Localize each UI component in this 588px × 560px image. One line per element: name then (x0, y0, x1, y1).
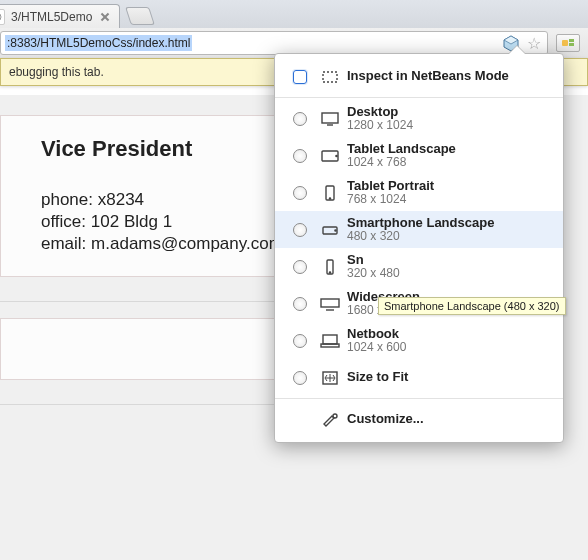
office-value: 102 Bldg 1 (91, 212, 172, 231)
resize-dropdown: Inspect in NetBeans Mode Desktop 1280 x … (274, 53, 564, 443)
inspect-netbeans-row[interactable]: Inspect in NetBeans Mode (275, 58, 563, 95)
office-label: office: (41, 212, 86, 231)
radio[interactable] (293, 260, 307, 274)
size-tablet-portrait-row[interactable]: Tablet Portrait 768 x 1024 (275, 174, 563, 211)
tab-title: 3/HTML5Demo (11, 10, 99, 24)
customize-label: Customize... (347, 412, 551, 426)
svg-point-10 (336, 155, 337, 156)
item-label: Smartphone Landscape (347, 216, 551, 230)
inspect-checkbox[interactable] (293, 70, 307, 84)
email-value: m.adams@company.com (91, 234, 283, 253)
infobar-text: ebugging this tab. (9, 65, 104, 79)
extension-button[interactable] (556, 34, 580, 52)
selection-icon (313, 69, 347, 85)
item-label: Tablet Portrait (347, 179, 551, 193)
item-label: Desktop (347, 105, 551, 119)
svg-rect-6 (323, 72, 337, 82)
svg-rect-4 (569, 39, 574, 42)
radio[interactable] (293, 223, 307, 237)
new-tab-button[interactable] (125, 7, 155, 25)
netbook-icon (313, 333, 347, 349)
tab-strip: 3/HTML5Demo (0, 0, 588, 28)
item-sub: 768 x 1024 (347, 193, 551, 206)
size-smartphone-portrait-row[interactable]: Sn 320 x 480 (275, 248, 563, 285)
fit-icon (313, 370, 347, 386)
close-tab-icon[interactable] (99, 11, 111, 23)
size-smartphone-landscape-row[interactable]: Smartphone Landscape 480 x 320 (275, 211, 563, 248)
size-netbook-row[interactable]: Netbook 1024 x 600 (275, 322, 563, 359)
svg-rect-5 (569, 43, 574, 46)
tools-icon (313, 412, 347, 428)
widescreen-icon (313, 296, 347, 312)
customize-row[interactable]: Customize... (275, 401, 563, 438)
item-sub: 1024 x 768 (347, 156, 551, 169)
url-bar[interactable]: :8383/HTML5DemoCss/index.html ☆ (0, 31, 548, 55)
svg-rect-19 (323, 335, 337, 344)
browser-tab[interactable]: 3/HTML5Demo (0, 4, 120, 28)
svg-point-22 (333, 414, 337, 418)
item-sub: 320 x 480 (347, 267, 551, 280)
tooltip: Smartphone Landscape (480 x 320) (378, 297, 566, 315)
phone-value: x8234 (98, 190, 144, 209)
size-tablet-landscape-row[interactable]: Tablet Landscape 1024 x 768 (275, 137, 563, 174)
separator (275, 398, 563, 399)
phone-label: phone: (41, 190, 93, 209)
svg-rect-20 (321, 344, 339, 347)
item-sub: 1280 x 1024 (347, 119, 551, 132)
size-to-fit-row[interactable]: Size to Fit (275, 359, 563, 396)
desktop-icon (313, 111, 347, 127)
svg-point-14 (335, 229, 336, 230)
radio[interactable] (293, 297, 307, 311)
inspect-label: Inspect in NetBeans Mode (347, 69, 551, 83)
radio[interactable] (293, 371, 307, 385)
svg-point-16 (329, 271, 330, 272)
radio[interactable] (293, 186, 307, 200)
item-label: Tablet Landscape (347, 142, 551, 156)
svg-point-0 (0, 13, 1, 21)
size-desktop-row[interactable]: Desktop 1280 x 1024 (275, 100, 563, 137)
separator (275, 97, 563, 98)
bookmark-star-icon[interactable]: ☆ (525, 34, 543, 52)
smartphone-landscape-icon (313, 222, 347, 238)
svg-point-12 (329, 197, 330, 198)
tablet-landscape-icon (313, 148, 347, 164)
url-text: :8383/HTML5DemoCss/index.html (5, 35, 192, 51)
size-to-fit-label: Size to Fit (347, 370, 551, 384)
item-label: Netbook (347, 327, 551, 341)
radio[interactable] (293, 334, 307, 348)
smartphone-portrait-icon (313, 259, 347, 275)
tablet-portrait-icon (313, 185, 347, 201)
page-favicon (0, 9, 5, 25)
radio[interactable] (293, 112, 307, 126)
item-sub: 1024 x 600 (347, 341, 551, 354)
radio[interactable] (293, 149, 307, 163)
item-label: Sn (347, 253, 551, 267)
svg-rect-17 (321, 299, 339, 307)
item-sub: 480 x 320 (347, 230, 551, 243)
svg-rect-7 (322, 113, 338, 123)
svg-rect-3 (562, 40, 568, 46)
email-label: email: (41, 234, 86, 253)
